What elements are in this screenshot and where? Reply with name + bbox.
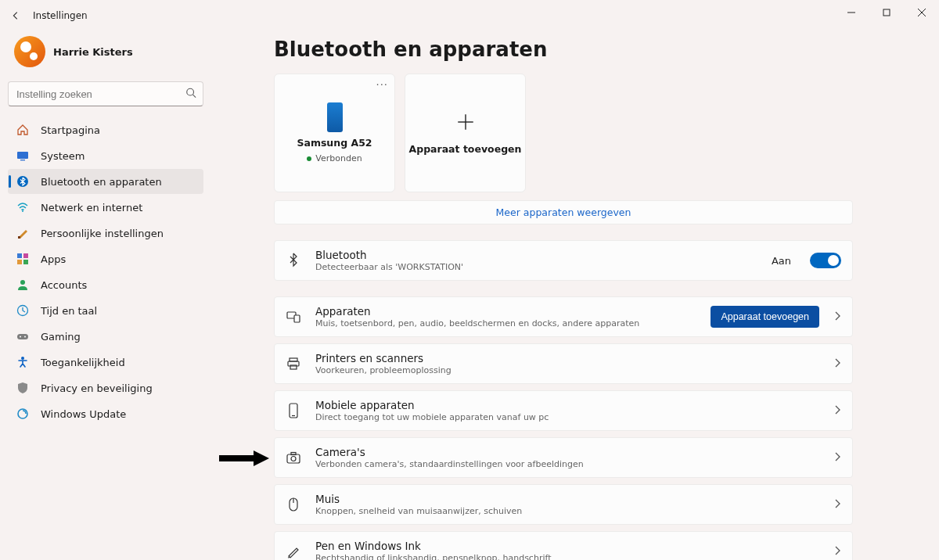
sidebar-item-label: Tijd en taal [41, 305, 97, 317]
sidebar-item-gaming[interactable]: Gaming [8, 324, 203, 349]
sidebar-item-label: Startpagina [41, 124, 100, 136]
sidebar-item-privacy-en-beveiliging[interactable]: Privacy en beveiliging [8, 375, 203, 400]
svg-rect-26 [290, 358, 297, 361]
bluetooth-sub: Detecteerbaar als 'WORKSTATION' [315, 262, 757, 272]
sidebar-item-netwerk-en-internet[interactable]: Netwerk en internet [8, 195, 203, 220]
row-sub: Rechtshandig of linkshandig, pensnelknop… [315, 553, 819, 560]
device-phone-icon [327, 102, 343, 132]
add-device-button[interactable]: Apparaat toevoegen [711, 306, 819, 328]
chevron-right-icon [833, 452, 841, 464]
row-printers-en-scanners[interactable]: Printers en scanners Voorkeuren, problee… [274, 343, 853, 384]
svg-rect-1 [883, 9, 890, 16]
sidebar-item-persoonlijke-instellingen[interactable]: Persoonlijke instellingen [8, 221, 203, 246]
avatar [14, 36, 45, 67]
search-input[interactable] [8, 81, 203, 106]
app-title: Instellingen [33, 10, 88, 21]
bluetooth-outline-icon [286, 253, 301, 268]
row-cameras[interactable]: Camera's Verbonden camera's, standaardin… [274, 437, 853, 478]
bluetooth-toggle[interactable] [810, 253, 841, 268]
status-dot-icon [307, 156, 311, 161]
gaming-icon [16, 329, 30, 343]
svg-rect-13 [17, 260, 22, 264]
sidebar-item-label: Systeem [41, 150, 85, 162]
window-close-button[interactable] [904, 0, 939, 25]
accessibility-icon [16, 355, 30, 369]
sidebar-item-toegankelijkheid[interactable]: Toegankelijkheid [8, 350, 203, 375]
svg-rect-12 [23, 253, 28, 258]
row-mobiele-apparaten[interactable]: Mobiele apparaten Direct toegang tot uw … [274, 390, 853, 431]
user-name: Harrie Kisters [53, 46, 133, 58]
row-sub: Voorkeuren, probleemoplossing [315, 365, 819, 375]
row-pen-en-windows-ink[interactable]: Pen en Windows Ink Rechtshandig of links… [274, 531, 853, 560]
home-icon [16, 123, 30, 137]
svg-rect-31 [287, 454, 300, 463]
chevron-right-icon [833, 358, 841, 370]
sidebar-item-systeem[interactable]: Systeem [8, 143, 203, 168]
search-wrap [8, 81, 203, 106]
sidebar-item-label: Persoonlijke instellingen [41, 228, 164, 239]
chevron-right-icon [833, 499, 841, 511]
plus-icon [455, 112, 476, 132]
row-sub: Verbonden camera's, standaardinstellinge… [315, 459, 819, 469]
row-sub: Muis, toetsenbord, pen, audio, beeldsche… [315, 318, 696, 328]
svg-rect-14 [23, 260, 28, 264]
system-icon [16, 149, 30, 163]
pen-icon [286, 544, 301, 558]
page-title: Bluetooth en apparaten [274, 38, 853, 61]
sidebar-item-apps[interactable]: Apps [8, 246, 203, 271]
svg-point-32 [291, 457, 296, 461]
bluetooth-icon [16, 174, 30, 188]
sidebar-item-label: Apps [41, 253, 66, 265]
svg-rect-6 [17, 152, 28, 159]
device-more-button[interactable]: ··· [376, 79, 388, 91]
svg-rect-17 [17, 334, 28, 339]
windows-update-icon [16, 407, 30, 421]
sidebar-item-label: Gaming [41, 331, 81, 343]
sidebar-item-label: Accounts [41, 279, 87, 291]
svg-rect-10 [18, 236, 20, 239]
apps-icon [16, 252, 30, 266]
device-card[interactable]: ··· Samsung A52 Verbonden [274, 74, 395, 192]
more-devices-link[interactable]: Meer apparaten weergeven [274, 200, 853, 224]
svg-line-5 [193, 95, 196, 98]
row-apparaten[interactable]: Apparaten Muis, toetsenbord, pen, audio,… [274, 296, 853, 337]
window-minimize-button[interactable] [833, 0, 869, 25]
sidebar-item-tijd-en-taal[interactable]: Tijd en taal [8, 298, 203, 323]
svg-point-4 [187, 88, 194, 95]
device-name: Samsung A52 [297, 137, 372, 149]
sidebar: Harrie Kisters Startpagina Systeem Bluet… [0, 31, 211, 560]
privacy-icon [16, 381, 30, 395]
row-title: Apparaten [315, 305, 696, 318]
main-content: Bluetooth en apparaten ··· Samsung A52 V… [211, 31, 939, 560]
sidebar-item-label: Bluetooth en apparaten [41, 176, 162, 188]
devices-icon [286, 310, 301, 324]
svg-rect-25 [294, 315, 300, 322]
search-icon [185, 88, 196, 101]
bluetooth-panel: Bluetooth Detecteerbaar als 'WORKSTATION… [274, 240, 853, 281]
row-title: Printers en scanners [315, 352, 819, 364]
device-status: Verbonden [307, 153, 362, 163]
printer-icon [286, 357, 301, 371]
back-button[interactable] [9, 9, 22, 22]
user-profile[interactable]: Harrie Kisters [8, 31, 203, 77]
sidebar-item-label: Netwerk en internet [41, 202, 142, 214]
sidebar-item-windows-update[interactable]: Windows Update [8, 401, 203, 426]
sidebar-item-label: Windows Update [41, 408, 126, 420]
window-maximize-button[interactable] [869, 0, 904, 25]
mobile-icon [286, 403, 301, 418]
svg-rect-7 [20, 160, 25, 160]
svg-point-18 [20, 336, 21, 338]
row-muis[interactable]: Muis Knoppen, snelheid van muisaanwijzer… [274, 484, 853, 525]
sidebar-item-accounts[interactable]: Accounts [8, 272, 203, 297]
svg-rect-33 [291, 453, 296, 455]
accounts-icon [16, 278, 30, 292]
sidebar-item-bluetooth-en-apparaten[interactable]: Bluetooth en apparaten [8, 169, 203, 194]
chevron-right-icon [833, 546, 841, 558]
sidebar-item-label: Toegankelijkheid [41, 357, 125, 368]
chevron-right-icon [833, 311, 841, 323]
row-title: Mobiele apparaten [315, 399, 819, 411]
sidebar-item-startpagina[interactable]: Startpagina [8, 117, 203, 142]
add-device-card[interactable]: Apparaat toevoegen [405, 74, 526, 192]
add-device-label: Apparaat toevoegen [409, 143, 522, 155]
row-title: Muis [315, 493, 819, 505]
